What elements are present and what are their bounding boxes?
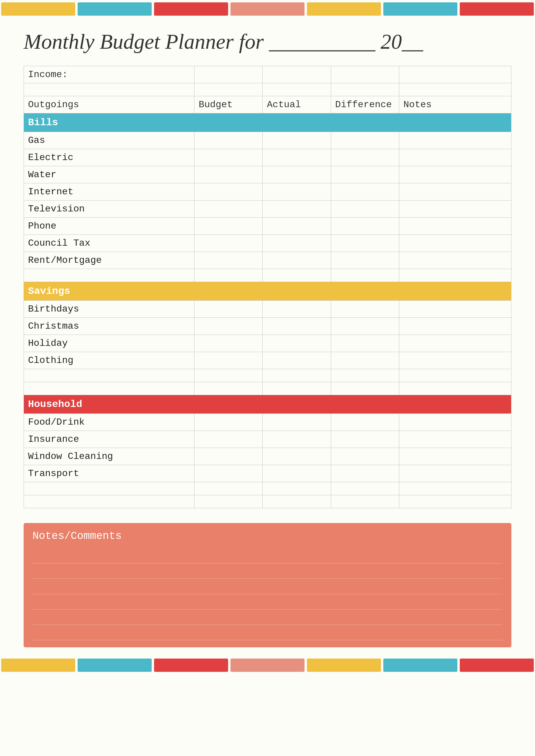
row-electric-label: Electric [24,149,194,166]
notes-lines-area [33,548,502,640]
row-birthdays-notes[interactable] [399,301,511,318]
row-gas-label: Gas [24,132,194,149]
row-gas-difference[interactable] [331,132,399,149]
row-counciltax-difference[interactable] [331,235,399,252]
row-television-notes[interactable] [399,200,511,218]
row-transport-difference[interactable] [331,465,399,482]
row-gas-budget[interactable] [194,132,263,149]
row-counciltax-notes[interactable] [399,235,511,252]
row-gas-actual[interactable] [263,132,331,149]
savings-section-header: Savings [24,282,511,301]
row-clothing-difference[interactable] [331,352,399,369]
notes-line [33,579,502,594]
row-counciltax-actual[interactable] [263,235,331,252]
row-holiday-budget[interactable] [194,335,263,352]
row-rentmortgage-label: Rent/Mortgage [24,252,194,269]
row-clothing-label: Clothing [24,352,194,369]
row-internet-budget[interactable] [194,183,263,200]
row-fooddrink-difference[interactable] [331,414,399,431]
bar-teal-1 [78,2,152,15]
bar-red-1 [154,2,228,15]
row-phone-difference[interactable] [331,218,399,235]
table-row: Television [24,200,511,218]
table-row: Transport [24,465,511,482]
row-holiday-actual[interactable] [263,335,331,352]
bar-red-2 [460,2,534,15]
row-windowcleaning-budget[interactable] [194,448,263,465]
col-header-outgoings: Outgoings [24,96,194,113]
row-electric-notes[interactable] [399,149,511,166]
row-insurance-difference[interactable] [331,431,399,448]
row-fooddrink-label: Food/Drink [24,414,194,431]
row-television-budget[interactable] [194,200,263,218]
row-insurance-notes[interactable] [399,431,511,448]
row-gas-notes[interactable] [399,132,511,149]
row-clothing-actual[interactable] [263,352,331,369]
bills-section-header: Bills [24,113,511,132]
notes-title: Notes/Comments [33,530,502,542]
title-area: Monthly Budget Planner for __________ 20… [0,21,535,60]
notes-line [33,594,502,610]
empty-row-3 [24,369,511,382]
row-rentmortgage-actual[interactable] [263,252,331,269]
row-windowcleaning-difference[interactable] [331,448,399,465]
row-water-actual[interactable] [263,166,331,183]
row-television-actual[interactable] [263,200,331,218]
bills-label: Bills [24,113,511,132]
row-rentmortgage-notes[interactable] [399,252,511,269]
row-holiday-label: Holiday [24,335,194,352]
row-internet-notes[interactable] [399,183,511,200]
row-windowcleaning-notes[interactable] [399,448,511,465]
row-holiday-difference[interactable] [331,335,399,352]
row-internet-difference[interactable] [331,183,399,200]
row-holiday-notes[interactable] [399,335,511,352]
row-phone-actual[interactable] [263,218,331,235]
row-christmas-budget[interactable] [194,318,263,335]
row-electric-difference[interactable] [331,149,399,166]
row-christmas-actual[interactable] [263,318,331,335]
row-fooddrink-budget[interactable] [194,414,263,431]
row-transport-budget[interactable] [194,465,263,482]
income-actual[interactable] [263,66,331,83]
income-budget[interactable] [194,66,263,83]
row-rentmortgage-budget[interactable] [194,252,263,269]
row-phone-budget[interactable] [194,218,263,235]
row-insurance-budget[interactable] [194,431,263,448]
income-label: Income: [24,66,194,83]
notes-line [33,548,502,563]
row-television-difference[interactable] [331,200,399,218]
table-row: Rent/Mortgage [24,252,511,269]
row-christmas-notes[interactable] [399,318,511,335]
table-row: Electric [24,149,511,166]
row-water-budget[interactable] [194,166,263,183]
income-notes[interactable] [399,66,511,83]
row-birthdays-budget[interactable] [194,301,263,318]
row-birthdays-actual[interactable] [263,301,331,318]
table-row: Water [24,166,511,183]
row-internet-label: Internet [24,183,194,200]
row-birthdays-difference[interactable] [331,301,399,318]
row-transport-actual[interactable] [263,465,331,482]
row-electric-budget[interactable] [194,149,263,166]
empty-row-4 [24,382,511,395]
row-transport-notes[interactable] [399,465,511,482]
row-water-notes[interactable] [399,166,511,183]
row-television-label: Television [24,200,194,218]
row-water-difference[interactable] [331,166,399,183]
row-fooddrink-actual[interactable] [263,414,331,431]
row-rentmortgage-difference[interactable] [331,252,399,269]
row-electric-actual[interactable] [263,149,331,166]
row-insurance-actual[interactable] [263,431,331,448]
row-christmas-difference[interactable] [331,318,399,335]
row-windowcleaning-actual[interactable] [263,448,331,465]
row-internet-actual[interactable] [263,183,331,200]
table-row: Holiday [24,335,511,352]
row-phone-notes[interactable] [399,218,511,235]
row-clothing-budget[interactable] [194,352,263,369]
notes-section: Notes/Comments [24,523,511,647]
row-fooddrink-notes[interactable] [399,414,511,431]
income-difference[interactable] [331,66,399,83]
bar-salmon-1 [231,2,304,15]
row-clothing-notes[interactable] [399,352,511,369]
row-counciltax-budget[interactable] [194,235,263,252]
